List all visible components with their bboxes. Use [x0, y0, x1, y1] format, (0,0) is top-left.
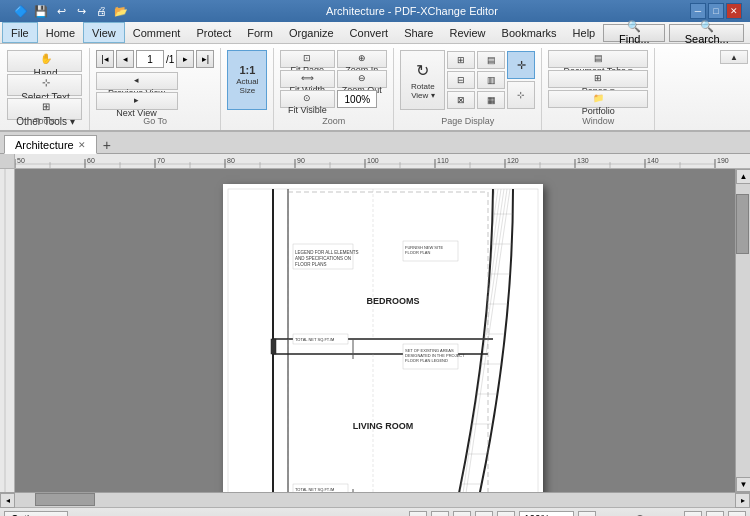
horizontal-ruler: 50 60 70 80 90 100 110 — [15, 154, 750, 169]
page-display-btn1[interactable]: ⊞ — [447, 51, 475, 69]
svg-text:TOTAL NET SQ.FT./M: TOTAL NET SQ.FT./M — [295, 337, 334, 342]
tab-architecture[interactable]: Architecture ✕ — [4, 135, 97, 154]
zoom-out-button[interactable]: ⊖ Zoom Out — [337, 70, 387, 88]
prev-view-button[interactable]: ◂ Previous View — [96, 72, 178, 90]
vertical-scrollbar[interactable]: ▲ ▼ — [735, 169, 750, 492]
menu-comment[interactable]: Comment — [125, 22, 189, 43]
page-display-section-label: Page Display — [441, 116, 494, 126]
page-number-input[interactable] — [136, 50, 164, 68]
svg-text:130: 130 — [577, 157, 589, 164]
status-page-icon2[interactable]: ⊟ — [431, 511, 449, 517]
close-button[interactable]: ✕ — [726, 3, 742, 19]
undo-btn[interactable]: ↩ — [52, 2, 70, 20]
ribbon-collapse-button[interactable]: ▲ — [720, 50, 748, 64]
zoom-in-icon: ⊕ — [358, 53, 366, 63]
status-page-icon5[interactable]: ▦ — [497, 511, 515, 517]
open-btn[interactable]: 📂 — [112, 2, 130, 20]
status-page-icon3[interactable]: ⊞ — [453, 511, 471, 517]
status-page-icon4[interactable]: ⊠ — [475, 511, 493, 517]
scroll-thumb-h[interactable] — [35, 493, 95, 506]
svg-text:LEGEND FOR ALL ELEMENTS: LEGEND FOR ALL ELEMENTS — [295, 250, 359, 255]
menu-convert[interactable]: Convert — [342, 22, 397, 43]
doc-tabs-row: ▤ Document Tabs ▾ — [548, 50, 648, 68]
find-button[interactable]: 🔍 Find... — [603, 24, 665, 42]
zoom-input[interactable] — [337, 90, 377, 108]
svg-text:140: 140 — [647, 157, 659, 164]
tab-close-button[interactable]: ✕ — [78, 140, 86, 150]
scroll-up-button[interactable]: ▲ — [736, 169, 750, 184]
svg-rect-34 — [0, 169, 15, 492]
maximize-button[interactable]: □ — [708, 3, 724, 19]
zoom-out-status-button[interactable]: − — [578, 511, 596, 517]
menu-view[interactable]: View — [83, 22, 125, 43]
portfolio-button[interactable]: 📁 Portfolio — [548, 90, 648, 108]
menu-protect[interactable]: Protect — [188, 22, 239, 43]
next-page-button[interactable]: ▸ — [176, 50, 194, 68]
menu-form[interactable]: Form — [239, 22, 281, 43]
fit-page-button[interactable]: ⊡ Fit Page — [280, 50, 335, 68]
window-section-label: Window — [582, 116, 614, 126]
zoom-select[interactable]: 100% 75% 50% 125% 150% 200% — [519, 511, 574, 517]
svg-rect-81 — [271, 339, 276, 354]
next-view-button[interactable]: ▸ Next View — [96, 92, 178, 110]
fit-width-button[interactable]: ⟺ Fit Width — [280, 70, 335, 88]
hand-tool-button[interactable]: ✋ Hand — [7, 50, 82, 72]
menu-file[interactable]: File — [2, 22, 38, 43]
page-display-btn6[interactable]: ▦ — [477, 91, 505, 109]
fit-visible-button[interactable]: ⊙ Fit Visible — [280, 90, 335, 108]
ruler-v-svg: 10 20 30 40 50 60 70 80 90 100 110 120 — [0, 169, 15, 492]
fit-width-icon: ⟺ — [301, 73, 314, 83]
canvas-area[interactable]: BEDROOMS LIVING ROOM BASEMENT LEGEND FOR… — [15, 169, 750, 492]
menu-share[interactable]: Share — [396, 22, 441, 43]
panes-button[interactable]: ⊞ Panes ▾ — [548, 70, 648, 88]
actual-size-button[interactable]: 1:1 ActualSize — [227, 50, 267, 110]
svg-rect-0 — [15, 154, 750, 169]
menu-review[interactable]: Review — [441, 22, 493, 43]
page-display-btn5[interactable]: ▥ — [477, 71, 505, 89]
scroll-thumb-v[interactable] — [736, 194, 749, 254]
page-mode-btn[interactable]: ⊹ — [507, 81, 535, 109]
horizontal-scrollbar[interactable]: ◂ ▸ — [0, 492, 750, 507]
zoom-in-button[interactable]: ⊕ Zoom In — [337, 50, 387, 68]
window-controls[interactable]: ─ □ ✕ — [690, 3, 742, 19]
page-display-btn4[interactable]: ▤ — [477, 51, 505, 69]
page-display-btn2[interactable]: ⊟ — [447, 71, 475, 89]
svg-text:80: 80 — [227, 157, 235, 164]
zoom-in-status-button[interactable]: + — [684, 511, 702, 517]
scroll-down-button[interactable]: ▼ — [736, 477, 750, 492]
select-text-button[interactable]: ⊹ Select Text — [7, 74, 82, 96]
prev-page-button[interactable]: ◂ — [116, 50, 134, 68]
rotate-view-button[interactable]: ↻ RotateView ▾ — [400, 50, 445, 110]
search-button[interactable]: 🔍 Search... — [669, 24, 744, 42]
rotate-label: RotateView ▾ — [411, 82, 435, 100]
scroll-left-button[interactable]: ◂ — [0, 493, 15, 508]
next-view-row: ▸ Next View — [96, 92, 214, 110]
document-tabs-button[interactable]: ▤ Document Tabs ▾ — [548, 50, 648, 68]
print-btn[interactable]: 🖨 — [92, 2, 110, 20]
cursor-tool-button[interactable]: ✛ — [507, 51, 535, 79]
quick-access-toolbar[interactable]: 🔷 💾 ↩ ↪ 🖨 📂 — [8, 2, 134, 20]
menu-help[interactable]: Help — [565, 22, 604, 43]
page-display-btn3[interactable]: ⊠ — [447, 91, 475, 109]
status-fit-button2[interactable]: ⟺ — [728, 511, 746, 517]
redo-btn[interactable]: ↪ — [72, 2, 90, 20]
status-fit-button1[interactable]: ⊡ — [706, 511, 724, 517]
menu-bookmarks[interactable]: Bookmarks — [494, 22, 565, 43]
prev-view-row: ◂ Previous View — [96, 72, 214, 90]
first-page-button[interactable]: |◂ — [96, 50, 114, 68]
options-button[interactable]: Options... ▾ — [4, 511, 68, 517]
svg-text:BEDROOMS: BEDROOMS — [366, 296, 419, 306]
portfolio-label: Portfolio — [582, 106, 615, 116]
portfolio-icon: 📁 — [593, 93, 604, 103]
new-tab-button[interactable]: + — [99, 137, 115, 153]
save-btn[interactable]: 💾 — [32, 2, 50, 20]
scroll-right-button[interactable]: ▸ — [735, 493, 750, 508]
menu-home[interactable]: Home — [38, 22, 83, 43]
ribbon-page-display-section: ↻ RotateView ▾ ⊞ ⊟ ⊠ ▤ ▥ ▦ ✛ ⊹ — [394, 48, 542, 130]
last-page-button[interactable]: ▸| — [196, 50, 214, 68]
menu-organize[interactable]: Organize — [281, 22, 342, 43]
window-title: Architecture - PDF-XChange Editor — [134, 5, 690, 17]
status-page-icon1[interactable]: ⊡ — [409, 511, 427, 517]
ribbon-window-section: ▤ Document Tabs ▾ ⊞ Panes ▾ 📁 Portfolio … — [542, 48, 655, 130]
minimize-button[interactable]: ─ — [690, 3, 706, 19]
